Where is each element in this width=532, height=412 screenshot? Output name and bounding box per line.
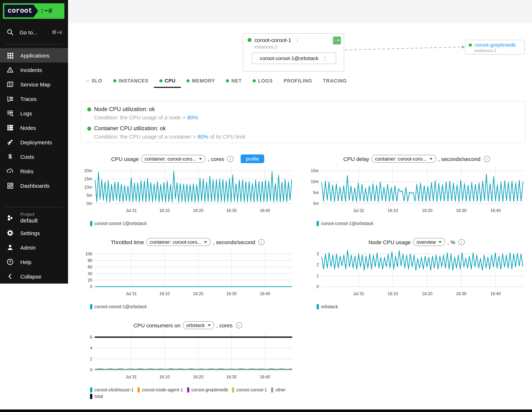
status-dot bbox=[469, 43, 472, 47]
throttled-time-chart[interactable]: Jul 3116:1016:2016:3016:40020406080100 bbox=[81, 247, 294, 301]
tab-slo[interactable]: SLO bbox=[81, 75, 108, 88]
chart-title: Node CPU usage bbox=[368, 239, 411, 245]
chevron-left-icon bbox=[7, 273, 14, 280]
container-selector-dropdown[interactable]: container: coroot-coro... bbox=[146, 238, 211, 246]
cpu-checks-panel: Node CPU utilization: ok Condition: the … bbox=[81, 101, 525, 143]
legend-item[interactable]: coroot-greptimedb bbox=[187, 387, 228, 393]
svg-text:16:10: 16:10 bbox=[388, 291, 398, 296]
svg-text:10m: 10m bbox=[84, 185, 92, 189]
info-icon[interactable]: i bbox=[236, 322, 242, 328]
threshold-link[interactable]: 80% bbox=[187, 114, 198, 121]
svg-text:16:10: 16:10 bbox=[159, 208, 170, 213]
tab-cpu[interactable]: CPU bbox=[154, 75, 181, 88]
caret-down-icon bbox=[204, 241, 207, 243]
top-bar bbox=[0, 0, 532, 23]
cpu-delay-chart[interactable]: Jul 3116:1016:2016:3016:400m5m10m15m bbox=[307, 163, 526, 218]
search-icon bbox=[7, 28, 14, 36]
node-cpu-usage-chart[interactable]: Jul 3116:1016:2016:3016:400123 bbox=[307, 247, 526, 301]
legend-item[interactable]: coroot-coroot-1@orbstack bbox=[317, 221, 373, 226]
sidebar-item-help[interactable]: ? Help bbox=[0, 255, 68, 269]
sidebar-item-applications[interactable]: Applications bbox=[0, 48, 68, 63]
instance-box[interactable]: coroot-coroot-1@orbstack ⋮ bbox=[252, 52, 336, 64]
sidebar-item-risks[interactable]: Risks bbox=[0, 164, 68, 178]
sidebar-item-deployments[interactable]: Deployments bbox=[0, 135, 68, 150]
chart-title: Throttled time bbox=[111, 239, 144, 245]
warning-triangle-icon bbox=[7, 66, 14, 74]
project-selector[interactable]: Project default bbox=[0, 210, 68, 226]
chart-legend: coroot-coroot-1@orbstack bbox=[317, 221, 526, 226]
sidebar-item-settings[interactable]: Settings bbox=[0, 226, 68, 240]
tab-memory[interactable]: MEMORY bbox=[181, 75, 221, 88]
container-selector-dropdown[interactable]: container: coroot-coro... bbox=[141, 155, 206, 163]
sidebar-item-admin[interactable]: Admin bbox=[0, 240, 68, 255]
sidebar-item-logs[interactable]: Logs bbox=[0, 106, 68, 121]
legend-item[interactable]: coroot-node-agent-1 bbox=[138, 387, 183, 393]
info-icon[interactable]: i bbox=[484, 156, 490, 162]
dependency-link[interactable]: coroot-greptimedb bbox=[475, 42, 515, 48]
check-condition: Condition: the CPU usage of a container … bbox=[94, 133, 519, 140]
svg-text:16:30: 16:30 bbox=[226, 208, 237, 213]
svg-text:16:40: 16:40 bbox=[260, 208, 270, 213]
sidebar-item-service-map[interactable]: Service Map bbox=[0, 77, 68, 92]
tab-logs[interactable]: LOGS bbox=[247, 75, 278, 88]
kebab-menu-icon[interactable]: ⋮ bbox=[294, 37, 301, 43]
info-icon[interactable]: i bbox=[228, 156, 234, 162]
check-status-dot bbox=[87, 107, 91, 111]
legend-item[interactable]: coroot-coroot-1@orbstack bbox=[90, 304, 147, 309]
legend-item[interactable]: other bbox=[271, 387, 286, 393]
container-selector-dropdown[interactable]: container: coroot-coro... bbox=[371, 155, 436, 163]
map-icon bbox=[7, 81, 14, 88]
info-icon[interactable]: i bbox=[458, 239, 465, 245]
sidebar-item-dashboards[interactable]: Dashboards bbox=[0, 178, 68, 193]
goto-search[interactable]: Go to... ⌘+k bbox=[0, 25, 68, 39]
svg-text:16:30: 16:30 bbox=[456, 208, 466, 213]
svg-text:6: 6 bbox=[90, 335, 92, 339]
node-selector-dropdown[interactable]: orbstack bbox=[183, 321, 214, 329]
chart-unit: , % bbox=[447, 239, 455, 245]
svg-text:16:40: 16:40 bbox=[260, 291, 270, 296]
coroot-logo[interactable]: coroot :~# bbox=[3, 3, 64, 19]
caret-down-icon bbox=[439, 241, 442, 243]
sidebar-divider bbox=[5, 44, 63, 45]
threshold-link[interactable]: 80% bbox=[197, 133, 208, 140]
cloud-lightning-icon bbox=[7, 168, 14, 175]
app-card-coroot-coroot-1: coroot-coroot-1 ⋮ :~# instances:1 coroot… bbox=[243, 33, 344, 72]
bottom-edge-bar bbox=[0, 410, 532, 412]
svg-text:0m: 0m bbox=[86, 201, 92, 206]
info-icon[interactable]: i bbox=[258, 239, 265, 245]
tab-net[interactable]: NET bbox=[220, 75, 247, 88]
sidebar-item-collapse[interactable]: Collapse bbox=[0, 269, 68, 284]
legend-item[interactable]: coroot-clickhouse-1 bbox=[90, 387, 134, 393]
svg-text:16:20: 16:20 bbox=[422, 291, 432, 296]
sidebar-item-traces[interactable]: Traces bbox=[0, 92, 68, 106]
coroot-badge: :~# bbox=[333, 37, 341, 45]
svg-text:Jul 31: Jul 31 bbox=[353, 208, 364, 213]
legend-item[interactable]: coroot-coroot-1@orbstack bbox=[90, 221, 147, 226]
svg-text:3: 3 bbox=[316, 252, 319, 256]
cpu-status-dot bbox=[159, 79, 162, 82]
cpu-usage-chart[interactable]: Jul 3116:1016:2016:3016:400m5m10m15m20m bbox=[81, 163, 294, 218]
cpu-consumers-chart[interactable]: Jul 3116:1016:2016:3016:400246 bbox=[81, 330, 294, 384]
report-tabs: SLO INSTANCES CPU MEMORY NET LOGS PROFIL… bbox=[81, 75, 352, 88]
svg-text:40: 40 bbox=[88, 271, 92, 276]
legend-item[interactable]: coroot-coroot-1 bbox=[232, 387, 267, 393]
svg-text:2: 2 bbox=[90, 357, 92, 361]
svg-text:1: 1 bbox=[316, 273, 319, 278]
kebab-menu-icon[interactable]: ⋮ bbox=[321, 56, 328, 61]
legend-item[interactable]: total bbox=[90, 394, 103, 399]
chart-legend: coroot-clickhouse-1 coroot-node-agent-1 … bbox=[90, 387, 294, 399]
check-condition: Condition: the CPU usage of a node > 80% bbox=[94, 114, 519, 121]
sidebar-item-costs[interactable]: $ Costs bbox=[0, 150, 68, 164]
sidebar-item-nodes[interactable]: Nodes bbox=[0, 121, 68, 135]
node-cpu-usage-chart-block: Node CPU usage overview , % i Jul 3116:1… bbox=[307, 237, 526, 309]
profile-button[interactable]: profile bbox=[241, 154, 264, 163]
tab-tracing[interactable]: TRACING bbox=[318, 75, 352, 88]
app-instances-label: instances:1 bbox=[254, 45, 277, 50]
legend-item[interactable]: orbstack bbox=[317, 304, 338, 309]
sidebar-item-incidents[interactable]: Incidents bbox=[0, 63, 68, 77]
tab-instances[interactable]: INSTANCES bbox=[108, 75, 154, 88]
overview-selector-dropdown[interactable]: overview bbox=[413, 238, 445, 246]
tab-profiling[interactable]: PROFILING bbox=[278, 75, 318, 88]
svg-text:15m: 15m bbox=[84, 177, 92, 181]
dependency-instances-label: instances:1 bbox=[475, 48, 521, 53]
